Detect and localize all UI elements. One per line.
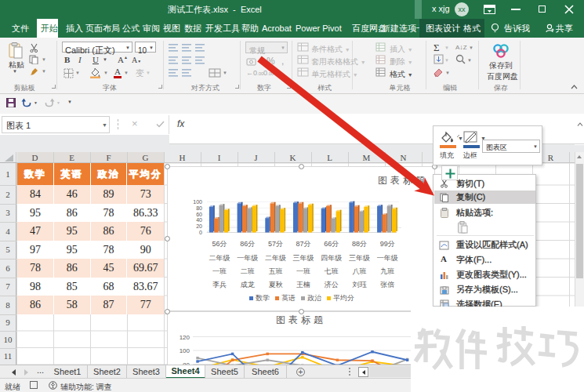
svg-text:图表标题: 图表标题	[378, 175, 428, 186]
svg-text:一班: 一班	[296, 267, 310, 275]
svg-text:八班: 八班	[353, 267, 367, 275]
svg-text:二年级: 二年级	[209, 254, 230, 262]
svg-text:一班: 一班	[212, 267, 227, 275]
svg-text:二班: 二班	[241, 267, 255, 275]
svg-text:五班: 五班	[268, 267, 282, 275]
svg-text:成龙: 成龙	[241, 281, 255, 289]
svg-text:李兵: 李兵	[212, 281, 227, 289]
svg-text:一年级: 一年级	[377, 254, 398, 262]
svg-text:二年级: 二年级	[265, 254, 286, 262]
svg-text:四年级: 四年级	[321, 254, 342, 262]
svg-text:0: 0	[199, 230, 202, 235]
svg-text:66分: 66分	[324, 240, 339, 248]
svg-text:100: 100	[180, 347, 190, 354]
svg-text:一年级: 一年级	[237, 254, 258, 262]
svg-text:三年级: 三年级	[349, 254, 370, 262]
svg-text:图表标题: 图表标题	[276, 314, 326, 325]
svg-text:88分: 88分	[352, 240, 367, 248]
svg-text:56分: 56分	[212, 240, 227, 248]
svg-text:济公: 济公	[325, 281, 339, 289]
svg-text:99分: 99分	[380, 240, 395, 248]
svg-text:40: 40	[196, 217, 202, 223]
svg-text:86分: 86分	[240, 240, 255, 248]
svg-text:87分: 87分	[296, 240, 311, 248]
svg-text:英语: 英语	[281, 294, 296, 302]
svg-text:七班: 七班	[324, 267, 339, 275]
svg-text:120: 120	[180, 334, 190, 341]
svg-text:60: 60	[196, 212, 202, 217]
svg-text:数学: 数学	[256, 294, 270, 302]
svg-text:100: 100	[193, 199, 202, 205]
svg-text:刘珏: 刘珏	[353, 281, 368, 289]
svg-text:80: 80	[196, 205, 202, 211]
svg-text:夏秋: 夏秋	[268, 281, 282, 289]
svg-text:王楠: 王楠	[296, 281, 310, 289]
svg-text:张倍: 张倍	[380, 281, 394, 289]
svg-text:三年级: 三年级	[293, 254, 314, 262]
svg-text:九班: 九班	[380, 267, 394, 275]
svg-text:平均分: 平均分	[333, 294, 354, 302]
svg-text:57分: 57分	[268, 240, 283, 248]
svg-text:政治: 政治	[307, 294, 321, 302]
svg-text:20: 20	[196, 223, 202, 229]
